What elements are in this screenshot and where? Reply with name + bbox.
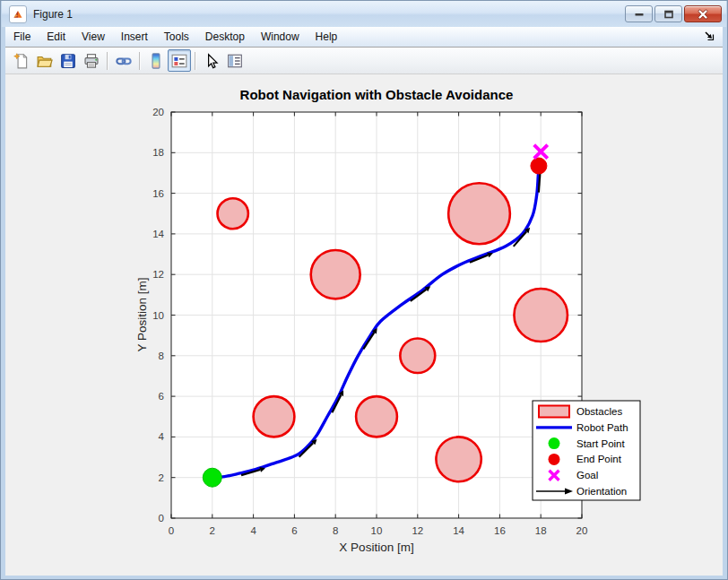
x-tick-label: 20 (576, 525, 588, 536)
toolbar-separator (139, 52, 141, 70)
menu-item-help[interactable]: Help (308, 28, 346, 46)
obstacle-circle (254, 396, 295, 437)
legend-label: Robot Path (576, 422, 628, 433)
print-figure-button[interactable] (80, 49, 103, 72)
x-tick-label: 4 (250, 525, 256, 536)
legend-label: Goal (576, 470, 598, 480)
y-tick-label: 16 (152, 188, 164, 199)
menubar: File Edit View Insert Tools Desktop Wind… (5, 27, 723, 48)
y-tick-label: 12 (152, 269, 164, 280)
close-icon (696, 7, 710, 22)
dock-arrow-icon (703, 30, 715, 42)
figure-toolbar (5, 48, 723, 74)
dock-figure-button[interactable] (703, 30, 715, 42)
menu-item-view[interactable]: View (74, 28, 113, 46)
menu-item-window[interactable]: Window (253, 28, 308, 46)
minimize-icon (632, 7, 646, 22)
y-tick-label: 0 (159, 513, 164, 524)
x-tick-label: 14 (453, 525, 464, 536)
edit-plot-button[interactable] (200, 49, 223, 72)
y-tick-label: 8 (159, 351, 164, 361)
y-tick-label: 14 (152, 229, 164, 239)
start-point-marker (203, 468, 221, 487)
open-file-button[interactable] (33, 49, 56, 72)
y-tick-label: 20 (152, 107, 164, 117)
legend-swatch-patch (539, 406, 569, 418)
matlab-icon (9, 5, 27, 23)
printer-icon (83, 53, 100, 69)
legend-swatch-marker (549, 437, 560, 449)
cursor-arrow-icon (204, 53, 220, 69)
obstacle-circle (400, 339, 435, 374)
colorbar-icon (148, 53, 164, 69)
titlebar[interactable]: Figure 1 (2, 1, 726, 27)
save-floppy-icon (60, 53, 76, 69)
menu-item-file[interactable]: File (5, 28, 39, 46)
x-tick-label: 10 (371, 525, 383, 536)
x-tick-label: 0 (169, 525, 174, 536)
x-tick-label: 6 (291, 525, 297, 536)
legend-label: Obstacles (576, 406, 622, 417)
plot-browser-button[interactable] (223, 49, 247, 72)
insert-legend-button[interactable] (168, 49, 191, 72)
restore-icon (662, 7, 676, 22)
link-plot-button[interactable] (112, 49, 135, 72)
obstacle-circle (311, 250, 360, 299)
legend-label: End Point (576, 454, 622, 464)
y-tick-label: 6 (159, 391, 164, 402)
restore-button[interactable] (654, 5, 682, 22)
x-tick-label: 12 (412, 525, 423, 536)
menu-item-tools[interactable]: Tools (156, 28, 197, 46)
legend-icon (171, 53, 187, 69)
insert-colorbar-button[interactable] (144, 49, 168, 72)
window-title: Figure 1 (33, 8, 73, 21)
legend-label: Orientation (576, 486, 627, 497)
orientation-arrow (539, 173, 541, 193)
legend-swatch-marker (549, 454, 560, 465)
obstacle-circle (218, 198, 248, 229)
y-tick-label: 2 (159, 472, 164, 483)
new-figure-button[interactable] (10, 49, 33, 72)
x-tick-label: 16 (494, 525, 506, 536)
new-figure-icon (13, 53, 30, 69)
x-tick-label: 2 (210, 525, 215, 536)
figure-canvas: Robot Navigation with Obstacle Avoidance… (5, 74, 723, 576)
obstacle-circle (514, 289, 568, 342)
plot-area[interactable]: 0246810121416182002468101214161820Obstac… (135, 100, 651, 553)
obstacle-circle (356, 396, 397, 437)
toolbar-separator (195, 52, 196, 70)
obstacle-circle (436, 437, 481, 481)
link-chain-icon (116, 53, 132, 69)
menu-item-desktop[interactable]: Desktop (197, 28, 253, 46)
obstacle-circle (448, 183, 510, 244)
x-tick-label: 8 (333, 525, 338, 536)
close-button[interactable] (684, 5, 722, 22)
menu-item-insert[interactable]: Insert (113, 28, 156, 46)
figure-window: Figure 1 File Edit (0, 0, 728, 580)
end-point-marker (531, 158, 547, 174)
open-folder-icon (37, 53, 53, 69)
legend-label: Start Point (576, 438, 625, 449)
x-tick-label: 18 (535, 525, 547, 536)
plot-browser-icon (227, 53, 243, 69)
menu-item-edit[interactable]: Edit (39, 28, 74, 46)
toolbar-separator (107, 52, 108, 70)
y-tick-label: 18 (152, 147, 164, 158)
minimize-button[interactable] (625, 5, 653, 22)
y-tick-label: 10 (152, 310, 164, 321)
y-tick-label: 4 (159, 431, 165, 442)
save-figure-button[interactable] (56, 49, 80, 72)
legend[interactable]: ObstaclesRobot PathStart PointEnd PointG… (533, 401, 640, 500)
